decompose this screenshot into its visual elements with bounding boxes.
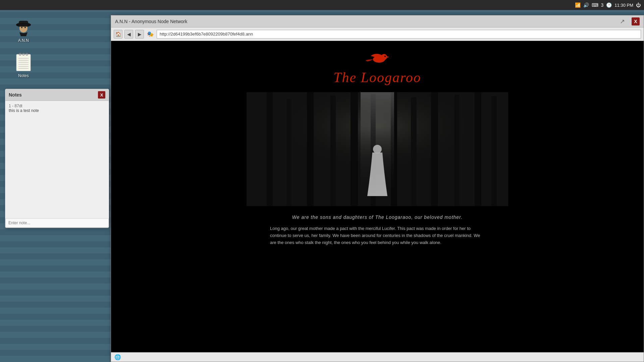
cursor-indicator: ↗: [620, 18, 625, 25]
svg-point-18: [381, 54, 387, 60]
svg-rect-6: [19, 24, 28, 27]
browser-back-button[interactable]: ◀: [124, 30, 133, 39]
svg-rect-31: [454, 95, 459, 206]
loogaroo-title: The Loogaroo: [333, 69, 421, 85]
ann-avatar: [14, 17, 33, 36]
notes-panel: Notes X 1 - 87dt this is a test note: [5, 89, 109, 228]
system-time: 11:30 PM: [614, 3, 633, 8]
battery-icon: 3: [601, 2, 604, 8]
loogaroo-hero-image: [247, 92, 508, 206]
svg-rect-30: [431, 92, 438, 206]
svg-rect-36: [361, 92, 394, 206]
taskbar: 📶 🔊 ⌨ 3 🕐 11:30 PM ⏻: [0, 0, 644, 10]
clock-icon: 🕐: [606, 2, 612, 8]
browser-title: A.N.N - Anonymous Node Network: [115, 19, 187, 24]
ann-desktop-icon[interactable]: A.N.N: [10, 17, 37, 43]
note-entry-title: 1 - 87dt: [9, 104, 105, 108]
wifi-icon: 📶: [575, 2, 581, 8]
volume-icon: 🔊: [583, 2, 589, 8]
loogaroo-bird-icon: [364, 48, 391, 68]
svg-rect-22: [267, 92, 273, 206]
taskbar-system-icons: 📶 🔊 ⌨ 3 🕐 11:30 PM ⏻: [575, 2, 641, 8]
browser-toolbar: 🏠 ◀ ▶ 🎭: [111, 27, 644, 41]
notes-icon-image: [13, 52, 34, 72]
browser-security-icon: 🎭: [146, 30, 155, 39]
svg-point-5: [24, 27, 26, 28]
browser-url-input[interactable]: [157, 30, 641, 39]
svg-rect-32: [475, 92, 481, 206]
forest-svg: [247, 92, 508, 206]
power-button[interactable]: ⏻: [636, 2, 641, 8]
browser-forward-button[interactable]: ▶: [135, 30, 144, 39]
svg-point-19: [384, 56, 386, 57]
notes-close-button[interactable]: X: [98, 91, 105, 99]
ann-icon-label: A.N.N: [18, 38, 29, 43]
svg-rect-33: [491, 96, 497, 206]
notes-content-area: 1 - 87dt this is a test note: [5, 101, 109, 218]
ann-icon-image: [13, 17, 34, 37]
loogaroo-body-text: Long ago, our great mother made a pact w…: [263, 223, 491, 253]
browser-content: The Loogaroo: [111, 41, 644, 352]
loogaroo-header: The Loogaroo: [333, 41, 421, 89]
browser-titlebar: A.N.N - Anonymous Node Network ↗ X: [111, 15, 644, 27]
browser-statusbar: 🌐: [111, 352, 644, 362]
svg-rect-23: [287, 99, 291, 206]
keyboard-icon: ⌨: [592, 2, 598, 8]
notes-desktop-icon[interactable]: Notes: [10, 52, 37, 78]
svg-rect-25: [330, 96, 336, 206]
notes-icon-label: Notes: [18, 73, 29, 78]
notes-input-field[interactable]: [5, 218, 109, 228]
svg-rect-24: [307, 92, 314, 206]
browser-window: A.N.N - Anonymous Node Network ↗ X 🏠 ◀ ▶…: [111, 15, 644, 362]
notes-panel-header: Notes X: [5, 89, 109, 101]
notes-panel-title: Notes: [9, 92, 22, 98]
note-entry-body: this is a test note: [9, 108, 105, 113]
loogaroo-tagline: We are the sons and daughters of The Loo…: [285, 209, 469, 223]
loogaroo-page: The Loogaroo: [111, 41, 644, 352]
notes-notepad: [15, 53, 32, 71]
note-entry: 1 - 87dt this is a test note: [9, 104, 105, 113]
svg-rect-26: [351, 92, 358, 206]
browser-close-button[interactable]: X: [632, 17, 640, 25]
browser-home-button[interactable]: 🏠: [114, 30, 122, 39]
svg-rect-29: [411, 97, 417, 206]
desktop: 📶 🔊 ⌨ 3 🕐 11:30 PM ⏻: [0, 0, 644, 362]
globe-icon: 🌐: [114, 354, 121, 360]
svg-point-4: [21, 27, 22, 28]
